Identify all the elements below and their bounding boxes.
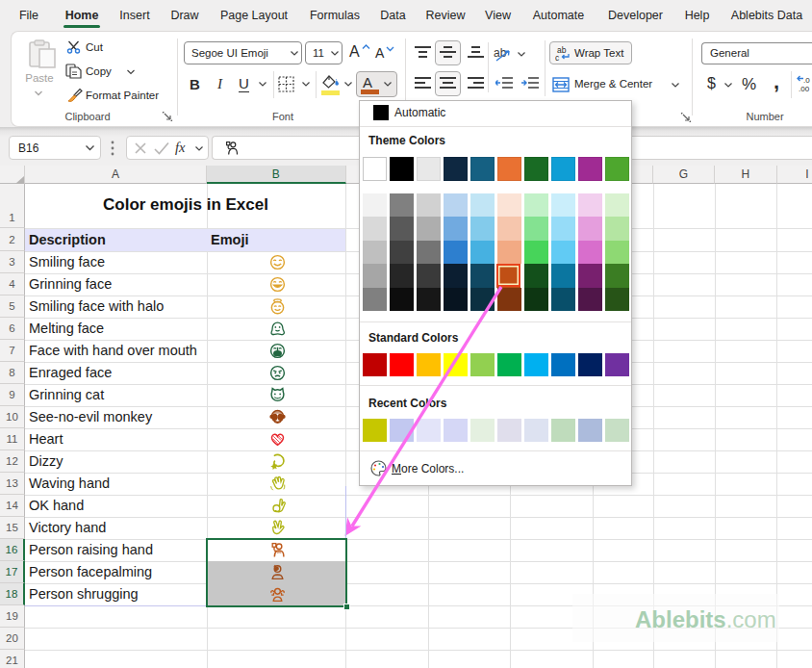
svg-text:.0: .0 bbox=[803, 76, 810, 85]
svg-text:.00: .00 bbox=[799, 85, 810, 92]
